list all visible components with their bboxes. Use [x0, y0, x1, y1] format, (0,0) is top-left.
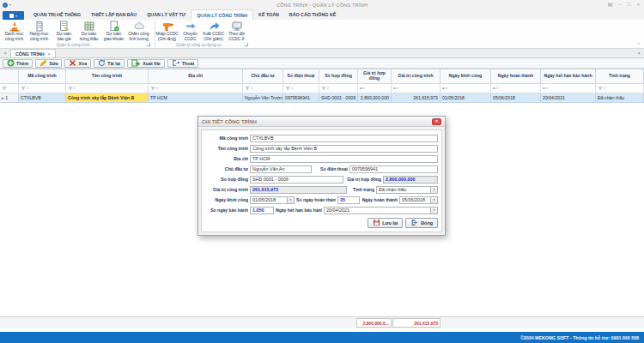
group-dialog-launcher-icon[interactable] — [245, 43, 248, 46]
cell-start-date[interactable]: 01/05/2018 — [440, 93, 491, 103]
nhap-ccdc-button[interactable]: Nhập CCDC (Ghi tăng) — [155, 21, 179, 41]
finish-days-field[interactable]: 35 — [337, 196, 360, 204]
column-header[interactable]: Ngày hoàn thành — [491, 69, 541, 84]
drill-icon — [161, 21, 173, 32]
filter-cell[interactable]: ▾ — [243, 84, 283, 93]
filter-cell[interactable]: ▾ — [596, 84, 644, 93]
close-tabstrip-icon[interactable]: × — [634, 49, 644, 57]
save-floppy-icon — [373, 219, 380, 227]
filter-cell[interactable]: ▾ — [283, 84, 319, 93]
filter-cell[interactable]: =▾ — [491, 84, 541, 93]
column-header[interactable]: Chủ đầu tư — [243, 69, 283, 84]
danh-muc-cong-trinh-button[interactable]: Danh mục công trình — [2, 21, 27, 41]
filter-cell[interactable]: ▾ — [19, 84, 66, 93]
document-tab-close-icon[interactable]: × — [48, 51, 51, 57]
cell-address[interactable]: TP HCM — [149, 93, 243, 103]
filter-cell[interactable]: =▾ — [440, 84, 491, 93]
dialog-titlebar[interactable]: CHI TIẾT CÔNG TRÌNH × — [198, 117, 445, 127]
column-header[interactable]: Ngày hết hạn bảo hành — [541, 69, 596, 84]
status-combobox[interactable]: Đã nhận thầu ▾ — [376, 186, 438, 194]
cell-contract-no[interactable]: SHD 0001 - 0009 — [319, 93, 358, 103]
hang-muc-cong-trinh-button[interactable]: Hạng mục công trình — [27, 21, 52, 41]
cell-code[interactable]: CTXLBVB — [19, 93, 66, 103]
minimize-button[interactable]: − — [618, 0, 622, 9]
start-date-picker[interactable]: 01/05/2018 ▾ — [250, 196, 295, 204]
address-field[interactable]: TP HCM — [250, 155, 438, 163]
table-row[interactable]: ▸ 1 CTXLBVB Công trình xây lắp Bệnh Viện… — [0, 93, 644, 103]
add-button[interactable]: Thêm — [3, 59, 33, 68]
close-button[interactable]: × — [636, 0, 640, 9]
cell-warranty-date[interactable]: 20/04/2021 — [541, 93, 596, 103]
cell-status[interactable]: Đã nhận thầu — [596, 93, 644, 103]
warranty-date-picker[interactable]: 20/04/2021 ▾ — [324, 207, 438, 214]
chevron-down-icon[interactable]: ▾ — [430, 197, 437, 203]
du-toan-bao-gia-button[interactable]: Dự toán báo giá — [52, 21, 76, 41]
building-icon — [33, 21, 46, 32]
quick-access-toolbar: ▾ — [0, 3, 11, 8]
filter-cell[interactable]: ▾ — [319, 84, 358, 93]
ribbon-tab-quan-ly-cong-trinh[interactable]: QUẢN LÝ CÔNG TRÌNH — [191, 9, 253, 20]
document-tab-cong-trinh[interactable]: CÔNG TRÌNH × — [10, 49, 56, 57]
column-header[interactable]: Giá trị công trình — [392, 69, 440, 84]
column-header[interactable]: Mã công trình — [19, 69, 66, 84]
group-dialog-launcher-icon[interactable] — [147, 43, 150, 46]
investor-field[interactable]: Nguyễn Văn An — [250, 165, 312, 173]
window-title: CÔNG TRÌNH - QUẢN LÝ CÔNG TRÌNH — [0, 3, 644, 8]
reload-button[interactable]: Tải lại — [94, 59, 125, 68]
chevron-down-icon[interactable]: ▾ — [430, 187, 437, 193]
contract-no-field[interactable]: SHD 0001 - 0009 — [250, 176, 343, 184]
code-field[interactable]: CTXLBVB — [250, 135, 438, 142]
maximize-button[interactable]: □ — [628, 0, 631, 9]
dialog-close-button[interactable]: × — [432, 118, 441, 125]
cham-cong-tinh-luong-button[interactable]: Chấm công tính lương — [126, 21, 151, 41]
app-logo-icon[interactable] — [3, 3, 8, 8]
chuyen-ccdc-button[interactable]: Chuyển CCDC — [179, 21, 202, 41]
du-toan-trung-thau-button[interactable]: Dự toán trúng thầu — [76, 21, 101, 41]
column-header[interactable]: Số hợp đồng — [319, 69, 358, 84]
du-toan-giao-khoan-button[interactable]: Dự toán giao khoán — [101, 21, 126, 41]
save-button[interactable]: Lưu lại — [368, 218, 403, 228]
cell-project-value[interactable]: 261,615,973 — [392, 93, 440, 103]
column-header[interactable]: Ngày khởi công — [440, 69, 491, 84]
filter-cell[interactable]: =▾ — [358, 84, 392, 93]
column-header[interactable]: Tên công trình — [66, 69, 149, 84]
ribbon-tab-quan-tri-he-thong[interactable]: QUẢN TRỊ HỆ THỐNG — [28, 9, 86, 20]
export-file-button[interactable]: Xuất file — [127, 59, 165, 68]
ribbon-collapse-icon[interactable]: ^ — [638, 42, 640, 47]
file-menu-logo-icon — [9, 14, 14, 18]
theo-doi-ccdc-button[interactable]: Theo dõi CCDC ở đâu — [225, 21, 248, 41]
delete-button[interactable]: Xóa — [64, 59, 91, 68]
chevron-down-icon[interactable]: ▾ — [287, 197, 294, 203]
filter-cell[interactable]: ▾ — [66, 84, 149, 93]
cell-finish-date[interactable]: 05/06/2018 — [491, 93, 541, 103]
close-dialog-button[interactable]: Đóng — [405, 218, 438, 228]
cell-investor[interactable]: Nguyễn Văn Trường — [243, 93, 283, 103]
file-menu-button[interactable]: ▾ — [3, 11, 24, 20]
filter-cell[interactable]: =▾ — [392, 84, 440, 93]
quick-access-caret-icon[interactable]: ▾ — [9, 3, 11, 7]
phone-field[interactable]: 0979596941 — [349, 165, 438, 173]
filter-cell[interactable]: =▾ — [541, 84, 596, 93]
warranty-days-field[interactable]: 1,050 — [250, 207, 274, 214]
exit-button[interactable]: Thoát — [167, 59, 198, 68]
column-header[interactable]: Địa chỉ — [149, 69, 243, 84]
ribbon-tab-quan-ly-vat-tu[interactable]: QUẢN LÝ VẬT TƯ — [142, 9, 191, 20]
ribbon-tab-ke-toan[interactable]: KẾ TOÁN — [253, 9, 284, 20]
button-label-line2: (Ghi tăng) — [158, 37, 176, 41]
cell-contract-value[interactable]: 2,800,000,000 — [358, 93, 392, 103]
column-header[interactable]: Tình trạng — [596, 69, 644, 84]
ribbon-tab-bao-cao-thong-ke[interactable]: BÁO CÁO THỐNG KÊ — [284, 9, 341, 20]
column-header[interactable]: Giá trị hợp đồng — [358, 69, 392, 84]
edit-button[interactable]: Sửa — [35, 59, 62, 68]
finish-date-picker[interactable]: 05/06/2018 ▾ — [399, 196, 438, 204]
close-document-icon[interactable]: × — [0, 49, 10, 57]
column-header[interactable]: Số điện thoại — [283, 69, 319, 84]
filter-cell[interactable]: ▾ — [149, 84, 243, 93]
ribbon-display-options-icon[interactable]: ▤ — [608, 0, 613, 9]
name-field[interactable]: Công trình xây lắp Bệnh Viện B — [250, 145, 438, 153]
cell-name-highlighted[interactable]: Công trình xây lắp Bệnh Viện B — [66, 93, 149, 103]
ribbon-tab-thiet-lap-ban-dau[interactable]: THIẾT LẬP BAN ĐẦU — [86, 9, 142, 20]
chevron-down-icon[interactable]: ▾ — [430, 208, 437, 214]
xuat-ccdc-button[interactable]: Xuất CCDC (Ghi giảm) — [202, 21, 225, 41]
cell-phone[interactable]: 0979596941 — [283, 93, 319, 103]
